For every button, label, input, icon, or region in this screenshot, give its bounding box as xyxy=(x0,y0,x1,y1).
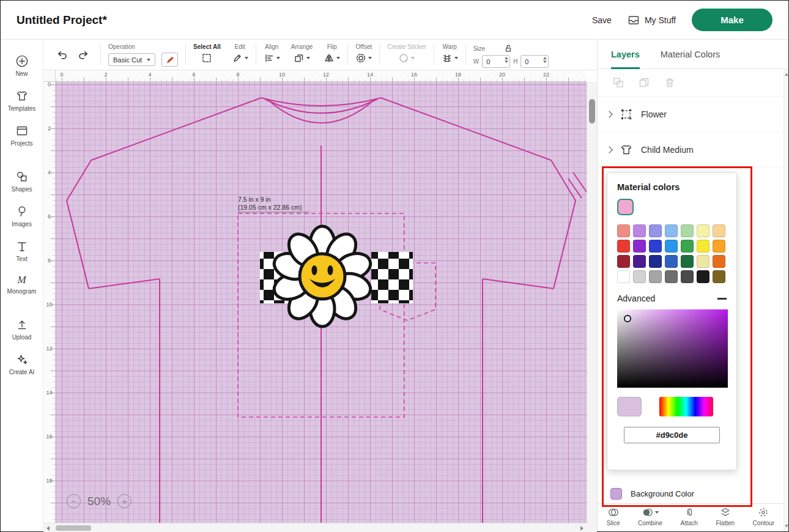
color-swatch[interactable] xyxy=(697,255,709,268)
design-canvas[interactable]: 7.5 in x 9 in (19.05 cm x 22.86 cm) xyxy=(56,82,587,523)
collapse-minus-icon[interactable] xyxy=(717,298,727,300)
hue-slider[interactable] xyxy=(659,397,713,416)
sidebar-item-images[interactable]: Images xyxy=(2,199,42,234)
flip-group[interactable]: Flip xyxy=(318,40,346,70)
chevron-right-icon[interactable] xyxy=(606,146,612,153)
tab-material-colors[interactable]: Material Colors xyxy=(661,40,720,68)
sidebar-item-templates[interactable]: Templates xyxy=(2,83,42,118)
align-group[interactable]: Align xyxy=(258,40,286,70)
horizontal-scroll-thumb[interactable] xyxy=(56,525,91,531)
sidebar-label: Projects xyxy=(10,140,32,147)
attach-button[interactable]: Attach xyxy=(681,506,698,526)
vertical-scroll-thumb[interactable] xyxy=(589,99,595,124)
color-swatch[interactable] xyxy=(617,240,630,253)
color-swatch[interactable] xyxy=(697,224,709,237)
slice-button[interactable]: Slice xyxy=(607,506,620,526)
scroll-down-arrow[interactable] xyxy=(785,525,788,528)
zoom-out-button[interactable]: − xyxy=(67,494,81,508)
duplicate-icon[interactable] xyxy=(638,76,650,89)
contour-button[interactable]: Contour xyxy=(753,506,775,526)
tab-layers[interactable]: Layers xyxy=(611,40,640,68)
edit-group[interactable]: Edit xyxy=(226,40,254,70)
panel-scrollbar[interactable] xyxy=(783,69,788,531)
sidebar-item-text[interactable]: Text xyxy=(2,234,42,268)
color-swatch[interactable] xyxy=(633,240,646,253)
color-swatch[interactable] xyxy=(713,255,725,268)
create-sticker-group[interactable]: Create Sticker xyxy=(382,40,431,70)
color-swatch[interactable] xyxy=(665,255,678,268)
color-swatch[interactable] xyxy=(713,240,725,253)
color-swatch[interactable] xyxy=(681,255,694,268)
color-swatch[interactable] xyxy=(649,224,662,237)
sidebar-item-monogram[interactable]: M Monogram xyxy=(2,268,42,301)
sidebar-item-projects[interactable]: Projects xyxy=(2,118,42,153)
color-swatch[interactable] xyxy=(649,255,662,268)
color-swatch[interactable] xyxy=(665,270,678,283)
toolbar-divider xyxy=(185,44,186,65)
warp-group[interactable]: Warp xyxy=(436,40,464,70)
flatten-button[interactable]: Flatten xyxy=(716,506,735,526)
color-swatch[interactable] xyxy=(713,224,725,237)
sidebar-item-upload[interactable]: Upload xyxy=(2,312,42,347)
my-stuff-button[interactable]: My Stuff xyxy=(628,14,676,26)
select-all-group[interactable]: Select All xyxy=(188,40,226,70)
color-swatch[interactable] xyxy=(681,224,694,237)
layer-row-child-medium[interactable]: Child Medium xyxy=(598,132,788,168)
picker-cursor[interactable] xyxy=(624,315,631,322)
sidebar-item-shapes[interactable]: Shapes xyxy=(2,164,42,199)
chevron-right-icon[interactable] xyxy=(606,111,612,117)
color-swatch[interactable] xyxy=(665,240,678,253)
color-swatch[interactable] xyxy=(617,270,630,283)
ruler-number: 22 xyxy=(524,70,568,78)
saturation-value-picker[interactable] xyxy=(617,309,728,388)
color-swatch[interactable] xyxy=(633,224,646,237)
color-swatch[interactable] xyxy=(633,270,646,283)
selected-material-swatch[interactable] xyxy=(617,199,634,215)
sidebar-label: Shapes xyxy=(12,186,32,193)
background-color-swatch[interactable] xyxy=(610,488,622,500)
flatten-icon xyxy=(719,506,732,519)
redo-button[interactable] xyxy=(78,49,90,61)
group-icon[interactable] xyxy=(612,76,624,89)
color-swatch[interactable] xyxy=(649,270,662,283)
color-swatch[interactable] xyxy=(617,224,630,237)
unlock-icon[interactable] xyxy=(503,43,513,53)
color-swatch[interactable] xyxy=(649,240,662,253)
canvas-vertical-scrollbar[interactable] xyxy=(587,82,597,523)
width-stepper[interactable] xyxy=(505,57,508,63)
color-swatch[interactable] xyxy=(617,255,630,268)
color-swatch[interactable] xyxy=(681,240,694,253)
operation-select[interactable]: Basic Cut xyxy=(108,53,155,66)
save-button[interactable]: Save xyxy=(592,15,612,25)
offset-group[interactable]: Offset xyxy=(350,40,377,70)
layer-row-flower[interactable]: Flower xyxy=(598,97,788,132)
color-swatch[interactable] xyxy=(697,270,709,283)
zoom-level: 50% xyxy=(87,495,111,508)
color-swatch[interactable] xyxy=(713,270,725,283)
arrange-group[interactable]: Arrange xyxy=(286,40,319,70)
combine-button[interactable]: Combine xyxy=(638,506,662,526)
flip-label: Flip xyxy=(327,43,337,50)
sidebar-item-create-ai[interactable]: Create AI xyxy=(2,347,42,382)
pen-color-button[interactable] xyxy=(161,53,178,67)
color-swatch[interactable] xyxy=(681,270,694,283)
color-swatch[interactable] xyxy=(633,255,646,268)
height-stepper[interactable] xyxy=(543,57,547,63)
sidebar-item-new[interactable]: New xyxy=(2,48,42,83)
trash-icon[interactable] xyxy=(664,76,676,89)
zoom-in-button[interactable]: + xyxy=(117,494,132,508)
canvas-horizontal-scrollbar[interactable] xyxy=(43,523,587,532)
make-button[interactable]: Make xyxy=(692,9,772,31)
ruler-number: 20 xyxy=(480,70,524,78)
color-swatch[interactable] xyxy=(697,240,709,253)
scroll-up-arrow[interactable] xyxy=(785,73,788,76)
toolbar-divider xyxy=(434,44,434,65)
scroll-right-arrow[interactable] xyxy=(580,526,583,531)
hex-color-input[interactable] xyxy=(624,427,720,443)
color-swatch[interactable] xyxy=(665,224,678,237)
sidebar-label: Create AI xyxy=(9,369,35,375)
flower-design[interactable] xyxy=(260,226,413,327)
undo-button[interactable] xyxy=(56,49,68,61)
scroll-left-arrow[interactable] xyxy=(46,526,50,531)
new-plus-icon xyxy=(15,54,29,68)
